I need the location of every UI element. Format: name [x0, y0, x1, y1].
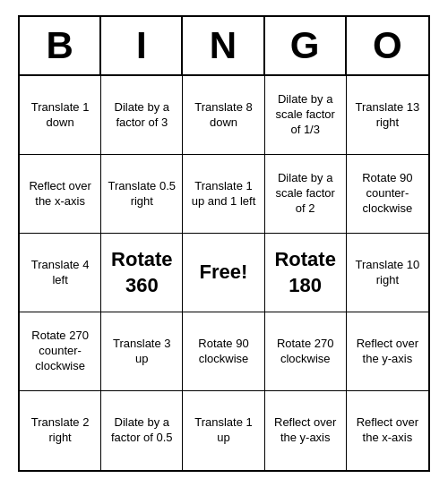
bingo-cell-9: Rotate 90 counter-clockwise [347, 155, 428, 234]
bingo-cell-23: Reflect over the y-axis [265, 391, 347, 470]
bingo-cell-21: Dilate by a factor of 0.5 [101, 391, 183, 470]
bingo-cell-20: Translate 2 right [20, 391, 101, 470]
bingo-cell-22: Translate 1 up [183, 391, 264, 470]
bingo-cell-3: Dilate by a scale factor of 1/3 [265, 76, 347, 155]
bingo-cell-8: Dilate by a scale factor of 2 [265, 155, 347, 234]
bingo-cell-6: Translate 0.5 right [101, 155, 183, 234]
bingo-letter-n: N [183, 17, 264, 74]
bingo-letter-o: O [347, 17, 428, 74]
bingo-cell-5: Reflect over the x-axis [20, 155, 101, 234]
bingo-cell-17: Rotate 90 clockwise [183, 312, 264, 391]
bingo-header: BINGO [20, 17, 428, 76]
bingo-cell-18: Rotate 270 clockwise [265, 312, 347, 391]
bingo-cell-10: Translate 4 left [20, 234, 101, 312]
bingo-cell-14: Translate 10 right [347, 234, 428, 312]
bingo-cell-13: Rotate 180 [265, 234, 347, 312]
bingo-card: BINGO Translate 1 downDilate by a factor… [18, 15, 430, 472]
bingo-cell-16: Translate 3 up [101, 312, 183, 391]
bingo-letter-i: I [101, 17, 183, 74]
bingo-cell-0: Translate 1 down [20, 76, 101, 155]
bingo-cell-11: Rotate 360 [101, 234, 183, 312]
bingo-cell-1: Dilate by a factor of 3 [101, 76, 183, 155]
bingo-cell-2: Translate 8 down [183, 76, 264, 155]
bingo-letter-b: B [20, 17, 101, 74]
bingo-letter-g: G [265, 17, 347, 74]
bingo-cell-7: Translate 1 up and 1 left [183, 155, 264, 234]
bingo-cell-4: Translate 13 right [347, 76, 428, 155]
bingo-grid: Translate 1 downDilate by a factor of 3T… [20, 76, 428, 470]
bingo-cell-19: Reflect over the y-axis [347, 312, 428, 391]
bingo-cell-12: Free! [183, 234, 264, 312]
bingo-cell-15: Rotate 270 counter-clockwise [20, 312, 101, 391]
bingo-cell-24: Reflect over the x-axis [347, 391, 428, 470]
